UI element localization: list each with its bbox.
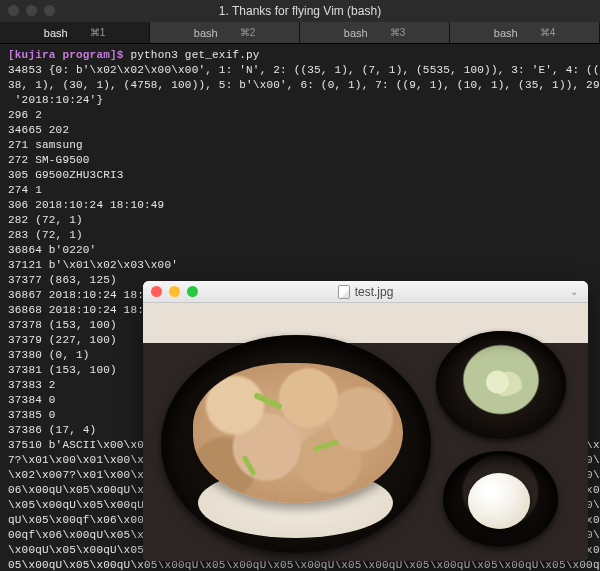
output-line: 283 (72, 1) <box>8 229 83 241</box>
output-line: 37380 (0, 1) <box>8 349 90 361</box>
tab-shortcut: ⌘2 <box>240 27 256 38</box>
output-line: 37121 b'\x01\x02\x03\x00' <box>8 259 178 271</box>
tab-3[interactable]: bash ⌘3 <box>300 22 450 43</box>
terminal-titlebar[interactable]: 1. Thanks for flying Vim (bash) <box>0 0 600 22</box>
terminal-tabs: bash ⌘1 bash ⌘2 bash ⌘3 bash ⌘4 <box>0 22 600 44</box>
tab-label: bash <box>44 27 68 39</box>
output-line: 34665 202 <box>8 124 69 136</box>
output-line: 305 G9500ZHU3CRI3 <box>8 169 124 181</box>
window-controls <box>8 5 55 16</box>
chevron-down-icon[interactable]: ⌄ <box>570 286 578 297</box>
window-title: 1. Thanks for flying Vim (bash) <box>219 4 381 18</box>
photo-egg <box>468 473 530 529</box>
output-line: '2018:10:24'} <box>8 94 103 106</box>
output-line: 37378 (153, 100) <box>8 319 117 331</box>
output-line: 274 1 <box>8 184 42 196</box>
tab-1[interactable]: bash ⌘1 <box>0 22 150 43</box>
tab-2[interactable]: bash ⌘2 <box>150 22 300 43</box>
output-line: 38, 1), (30, 1), (4758, 100)), 5: b'\x00… <box>8 79 600 91</box>
close-icon[interactable] <box>151 286 162 297</box>
photo-pork <box>193 363 403 503</box>
output-line: 37379 (227, 100) <box>8 334 117 346</box>
tab-label: bash <box>494 27 518 39</box>
output-line: 34853 {0: b'\x02\x02\x00\x00', 1: 'N', 2… <box>8 64 600 76</box>
output-line: 37381 (153, 100) <box>8 364 117 376</box>
photo-tray <box>143 303 588 561</box>
image-title: test.jpg <box>338 285 394 299</box>
minimize-icon[interactable] <box>169 286 180 297</box>
output-line: 37386 (17, 4) <box>8 424 96 436</box>
minimize-icon[interactable] <box>26 5 37 16</box>
output-line: 282 (72, 1) <box>8 214 83 226</box>
image-preview-window[interactable]: test.jpg ⌄ <box>143 281 588 561</box>
output-line: 271 samsung <box>8 139 83 151</box>
photo-miso-soup <box>436 331 566 439</box>
output-line: 36864 b'0220' <box>8 244 96 256</box>
output-line: 37384 0 <box>8 394 56 406</box>
tab-4[interactable]: bash ⌘4 <box>450 22 600 43</box>
output-line: 306 2018:10:24 18:10:49 <box>8 199 164 211</box>
tab-label: bash <box>194 27 218 39</box>
tab-label: bash <box>344 27 368 39</box>
image-titlebar[interactable]: test.jpg ⌄ <box>143 281 588 303</box>
output-line: 37377 (863, 125) <box>8 274 117 286</box>
output-line: 272 SM-G9500 <box>8 154 90 166</box>
zoom-icon[interactable] <box>187 286 198 297</box>
output-line: 37383 2 <box>8 379 56 391</box>
command-text: python3 get_exif.py <box>130 49 259 61</box>
image-content <box>143 303 588 561</box>
tab-shortcut: ⌘1 <box>90 27 106 38</box>
close-icon[interactable] <box>8 5 19 16</box>
output-line: 37385 0 <box>8 409 56 421</box>
output-line: 296 2 <box>8 109 42 121</box>
window-controls <box>151 286 198 297</box>
prompt-dollar: $ <box>117 49 124 61</box>
image-filename: test.jpg <box>355 285 394 299</box>
file-icon <box>338 285 350 299</box>
tab-shortcut: ⌘4 <box>540 27 556 38</box>
tab-shortcut: ⌘3 <box>390 27 406 38</box>
prompt-host: [kujira program] <box>8 49 117 61</box>
zoom-icon[interactable] <box>44 5 55 16</box>
